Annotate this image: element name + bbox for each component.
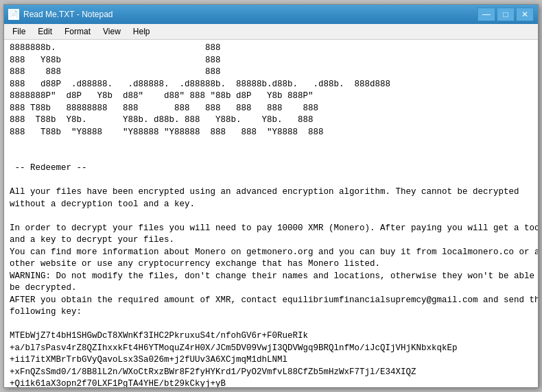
- file-content: 8888888b. 888 888 Y88b 888 888 888 888 8…: [10, 42, 532, 387]
- menu-help[interactable]: Help: [128, 25, 156, 38]
- minimize-button[interactable]: —: [478, 8, 495, 21]
- menu-format[interactable]: Format: [59, 25, 96, 38]
- title-bar-left: 📄 Read Me.TXT - Notepad: [8, 9, 113, 20]
- text-editor-area[interactable]: 8888888b. 888 888 Y88b 888 888 888 888 8…: [4, 40, 538, 387]
- notepad-window: 📄 Read Me.TXT - Notepad — □ ✕ File Edit …: [3, 4, 539, 388]
- title-bar: 📄 Read Me.TXT - Notepad — □ ✕: [4, 5, 538, 24]
- menu-bar: File Edit Format View Help: [4, 24, 538, 40]
- window-title: Read Me.TXT - Notepad: [23, 10, 113, 19]
- app-icon: 📄: [8, 9, 19, 20]
- menu-edit[interactable]: Edit: [32, 25, 58, 38]
- close-button[interactable]: ✕: [516, 8, 534, 21]
- window-controls: — □ ✕: [478, 8, 534, 21]
- maximize-button[interactable]: □: [497, 8, 515, 21]
- menu-view[interactable]: View: [97, 25, 126, 38]
- menu-file[interactable]: File: [7, 25, 31, 38]
